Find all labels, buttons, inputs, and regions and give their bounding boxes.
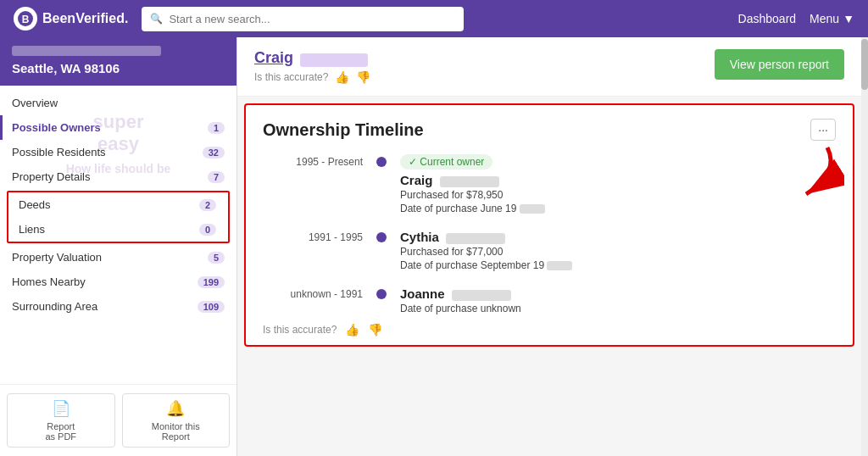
content: Craig Is this accurate? 👍 👎 View person … [237, 37, 861, 456]
sidebar-item-surrounding-area[interactable]: Surrounding Area 109 [0, 294, 236, 319]
timeline-info-craig: ✓ Current owner Craig Purchased for $78,… [400, 154, 836, 214]
craig-date-blur [520, 204, 545, 214]
scrollbar-thumb[interactable] [861, 39, 868, 90]
scrollbar-track[interactable] [861, 37, 868, 456]
menu-button[interactable]: Menu ▼ [810, 12, 854, 25]
sidebar: Seattle, WA 98106 super easy How life sh… [0, 37, 237, 456]
main-layout: Seattle, WA 98106 super easy How life sh… [0, 37, 868, 456]
cythia-lastname-blur [446, 233, 505, 244]
timeline-dot-3 [376, 289, 387, 299]
craig-card: Craig Is this accurate? 👍 👎 View person … [237, 37, 861, 97]
sidebar-header: Seattle, WA 98106 [0, 37, 236, 86]
feedback-row: Is this accurate? 👍 👎 [263, 323, 836, 336]
logo-text: BeenVerified. [42, 11, 128, 26]
sidebar-deeds-liens-group: Deeds 2 Liens 0 [7, 191, 230, 243]
thumbs-up-icon[interactable]: 👍 [335, 70, 349, 84]
header-right: Dashboard Menu ▼ [738, 12, 854, 25]
thumbs-down-feedback-icon[interactable]: 👎 [368, 323, 382, 336]
sidebar-item-deeds[interactable]: Deeds 2 [8, 192, 228, 217]
thumbs-down-icon[interactable]: 👎 [356, 70, 370, 84]
timeline-entry-cythia: 1991 - 1995 Cythia Purchased for $77,000… [270, 230, 836, 271]
craig-lastname-blur [440, 176, 499, 187]
search-input[interactable] [142, 7, 464, 31]
owner-name-joanne: Joanne [400, 286, 836, 301]
sidebar-nav: super easy How life should be Overview P… [0, 86, 236, 324]
timeline-date-joanne: unknown - 1991 [270, 286, 363, 300]
timeline-date-cythia: 1991 - 1995 [270, 230, 363, 243]
sidebar-address: Seattle, WA 98106 [12, 61, 225, 75]
owner-name-cythia: Cythia [400, 230, 836, 244]
owner-detail-cythia-price: Purchased for $77,000 [400, 246, 836, 258]
timeline-dot [376, 157, 387, 167]
view-person-report-button[interactable]: View person report [715, 49, 844, 80]
report-pdf-button[interactable]: 📄 Reportas PDF [7, 393, 115, 448]
timeline-info-cythia: Cythia Purchased for $77,000 Date of pur… [400, 230, 836, 271]
timeline-entry-craig: 1995 - Present ✓ Current owner Craig Pur… [270, 154, 836, 214]
header: B BeenVerified. 🔍 Dashboard Menu ▼ [0, 0, 868, 37]
owner-detail-cythia-date: Date of purchase September 19 [400, 259, 836, 271]
sidebar-item-possible-owners[interactable]: Possible Owners 1 [0, 115, 236, 140]
dashboard-link[interactable]: Dashboard [738, 12, 797, 25]
timeline-dot-col-2 [376, 230, 387, 242]
sidebar-item-overview[interactable]: Overview [0, 91, 236, 115]
timeline: 1995 - Present ✓ Current owner Craig Pur… [263, 154, 836, 314]
search-icon: 🔍 [150, 13, 163, 25]
ownership-section: Ownership Timeline ··· 1995 - Present ✓ … [244, 103, 854, 347]
owner-detail-joanne-date: Date of purchase unknown [400, 303, 836, 314]
craig-name[interactable]: Craig [254, 49, 293, 66]
ownership-header: Ownership Timeline ··· [263, 119, 836, 141]
sidebar-item-possible-residents[interactable]: Possible Residents 32 [0, 140, 236, 164]
monitor-icon: 🔔 [166, 399, 185, 418]
timeline-dot-2 [376, 232, 387, 242]
ownership-title: Ownership Timeline [263, 120, 424, 140]
svg-text:B: B [22, 14, 30, 25]
monitor-report-button[interactable]: 🔔 Monitor thisReport [122, 393, 231, 448]
sidebar-footer: 📄 Reportas PDF 🔔 Monitor thisReport [0, 384, 236, 456]
timeline-dot-col-3 [376, 286, 387, 299]
logo-icon: B [14, 7, 37, 31]
timeline-info-joanne: Joanne Date of purchase unknown [400, 286, 836, 314]
timeline-entry-joanne: unknown - 1991 Joanne Date of purchase u… [270, 286, 836, 314]
sidebar-item-property-valuation[interactable]: Property Valuation 5 [0, 245, 236, 270]
joanne-lastname-blur [452, 290, 511, 301]
cythia-date-blur [547, 261, 572, 270]
craig-info: Craig Is this accurate? 👍 👎 [254, 49, 370, 84]
owner-detail-craig-price: Purchased for $78,950 [400, 189, 836, 201]
thumbs-up-feedback-icon[interactable]: 👍 [345, 323, 359, 336]
timeline-date-craig: 1995 - Present [270, 154, 363, 168]
sidebar-address-blur [12, 46, 161, 56]
timeline-dot-col [376, 154, 387, 167]
search-bar: 🔍 [142, 7, 464, 31]
more-options-button[interactable]: ··· [810, 119, 836, 141]
accurate-row: Is this accurate? 👍 👎 [254, 70, 370, 84]
owner-detail-craig-date: Date of purchase June 19 [400, 203, 836, 214]
sidebar-item-homes-nearby[interactable]: Homes Nearby 199 [0, 270, 236, 294]
sidebar-item-liens[interactable]: Liens 0 [8, 217, 228, 242]
current-owner-badge: ✓ Current owner [400, 154, 492, 170]
craig-name-row: Craig [254, 49, 370, 67]
sidebar-item-property-details[interactable]: Property Details 7 [0, 164, 236, 189]
logo-area: B BeenVerified. [14, 7, 128, 31]
pdf-icon: 📄 [52, 399, 70, 418]
craig-surname-blur [300, 53, 368, 67]
owner-name-craig: Craig [400, 173, 836, 187]
